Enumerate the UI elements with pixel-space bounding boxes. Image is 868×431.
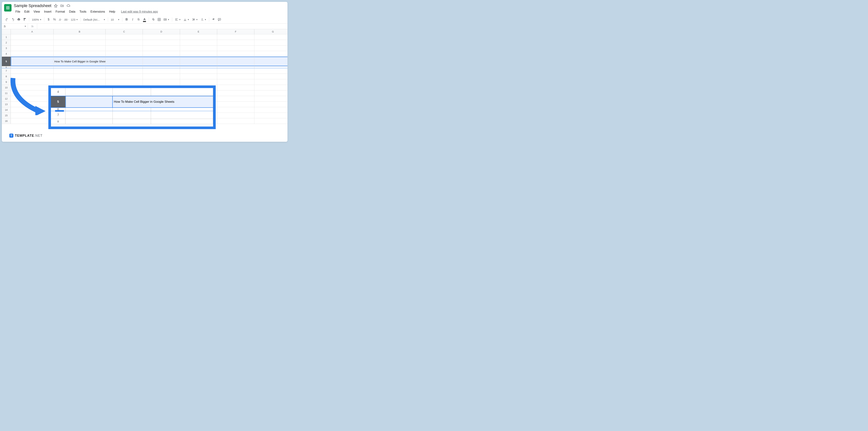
document-title[interactable]: Sample Spreadsheet (14, 3, 51, 8)
col-header-a[interactable]: A (11, 29, 54, 34)
cell[interactable] (54, 66, 105, 68)
sheets-logo-icon[interactable] (4, 4, 11, 11)
cell[interactable] (11, 34, 54, 40)
cell[interactable] (54, 34, 105, 40)
cell[interactable] (180, 57, 217, 66)
name-box[interactable]: :5 ▼ (2, 24, 28, 29)
cell[interactable] (105, 66, 143, 68)
cell[interactable] (217, 102, 254, 107)
menu-insert[interactable]: Insert (42, 9, 53, 14)
col-header-g[interactable]: G (254, 29, 287, 34)
cell[interactable] (11, 91, 54, 96)
cell[interactable] (217, 96, 254, 101)
cell[interactable] (217, 91, 254, 96)
cell[interactable] (11, 66, 54, 68)
col-header-f[interactable]: F (217, 29, 254, 34)
borders-icon[interactable] (156, 17, 162, 22)
cell[interactable] (180, 74, 217, 79)
last-edit-link[interactable]: Last edit was 9 minutes ago (121, 10, 158, 13)
cell[interactable] (105, 40, 143, 45)
col-header-b[interactable]: B (54, 29, 105, 34)
cell[interactable] (254, 113, 287, 118)
cloud-status-icon[interactable] (67, 4, 70, 8)
vertical-align-dropdown[interactable]: ▼ (182, 18, 190, 21)
increase-decimal-icon[interactable]: .00→ (64, 17, 69, 22)
cell[interactable] (143, 74, 180, 79)
bold-icon[interactable]: B (124, 17, 129, 22)
cell[interactable] (217, 68, 254, 73)
cell[interactable] (180, 51, 217, 57)
cell[interactable] (11, 57, 54, 66)
col-header-e[interactable]: E (180, 29, 217, 34)
cell-b5[interactable]: How To Make Cell Bigger in Google Sheets (54, 57, 105, 66)
cell[interactable] (54, 51, 105, 57)
cell[interactable] (254, 79, 287, 85)
cell[interactable] (180, 40, 217, 45)
zoom-dropdown[interactable]: 100%▼ (31, 18, 42, 21)
cell[interactable] (11, 96, 54, 101)
cell[interactable] (105, 68, 143, 73)
cell[interactable] (11, 40, 54, 45)
cell[interactable] (217, 113, 254, 118)
row-header[interactable]: 5 (2, 57, 11, 66)
cell[interactable] (254, 51, 287, 57)
row-header[interactable]: 8 (2, 74, 11, 79)
cell[interactable] (143, 40, 180, 45)
cell[interactable] (254, 66, 287, 68)
menu-extensions[interactable]: Extensions (89, 9, 107, 14)
cell[interactable] (254, 57, 287, 66)
cell[interactable] (254, 34, 287, 40)
cell[interactable] (180, 66, 217, 68)
cell[interactable] (217, 66, 254, 68)
cell[interactable] (11, 51, 54, 57)
fill-color-icon[interactable] (150, 17, 156, 22)
menu-file[interactable]: File (14, 9, 22, 14)
cell[interactable] (254, 107, 287, 112)
cell[interactable] (143, 51, 180, 57)
cell[interactable] (143, 66, 180, 68)
redo-icon[interactable] (10, 17, 16, 22)
cell[interactable] (217, 118, 254, 124)
col-header-d[interactable]: D (143, 29, 180, 34)
cell[interactable] (11, 113, 54, 118)
horizontal-align-dropdown[interactable]: ▼ (174, 18, 182, 21)
cell[interactable] (254, 102, 287, 107)
cell[interactable] (254, 74, 287, 79)
menu-edit[interactable]: Edit (23, 9, 31, 14)
cell[interactable] (143, 34, 180, 40)
percent-icon[interactable]: % (52, 17, 57, 22)
cell[interactable] (11, 102, 54, 107)
cell[interactable] (217, 34, 254, 40)
menu-data[interactable]: Data (67, 9, 77, 14)
cell[interactable] (54, 74, 105, 79)
menu-tools[interactable]: Tools (78, 9, 88, 14)
paint-format-icon[interactable] (22, 17, 28, 22)
cell[interactable] (180, 68, 217, 73)
cell[interactable] (11, 45, 54, 51)
font-size-dropdown[interactable]: 10▼ (110, 18, 121, 21)
cell[interactable] (217, 57, 254, 66)
text-color-icon[interactable]: A (142, 17, 147, 22)
row-header[interactable]: 2 (2, 40, 11, 45)
cell[interactable] (105, 34, 143, 40)
row-header[interactable]: 7 (2, 68, 11, 73)
row-header[interactable]: 14 (2, 107, 11, 112)
cell[interactable] (143, 45, 180, 51)
cell[interactable] (11, 79, 54, 85)
cell[interactable] (254, 118, 287, 124)
cell[interactable] (105, 79, 143, 85)
row-header[interactable]: 4 (2, 51, 11, 57)
number-format-dropdown[interactable]: 123▼ (69, 18, 79, 21)
cell[interactable] (254, 85, 287, 90)
row-header[interactable]: 16 (2, 118, 11, 124)
cell[interactable] (217, 85, 254, 90)
star-icon[interactable] (54, 4, 58, 8)
row-header[interactable]: 13 (2, 102, 11, 107)
row-header[interactable]: 6 (2, 66, 11, 68)
cell[interactable] (11, 74, 54, 79)
cell[interactable] (254, 96, 287, 101)
decrease-decimal-icon[interactable]: .0← (58, 17, 63, 22)
row-header[interactable]: 9 (2, 79, 11, 85)
cell[interactable] (11, 107, 54, 112)
cell[interactable] (217, 40, 254, 45)
